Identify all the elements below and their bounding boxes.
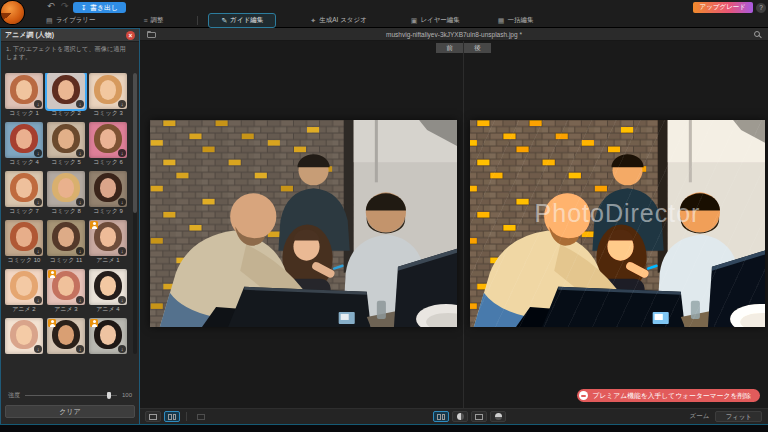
effect-thumbnail-label — [5, 354, 43, 355]
download-icon[interactable]: ↓ — [34, 100, 42, 108]
export-button-label: 書き出し — [90, 3, 118, 13]
effect-thumbnail[interactable]: ↓コミック 4 — [5, 122, 43, 166]
viewer-toolbar: ズーム フィット — [140, 408, 768, 424]
toolbar-divider — [186, 412, 187, 421]
before-image[interactable] — [150, 120, 457, 327]
tab-generative-ai[interactable]: ✦生成AI スタジオ — [306, 14, 370, 27]
effect-thumbnail[interactable]: ↓コミック 1 — [5, 73, 43, 117]
download-icon[interactable]: ↓ — [76, 296, 84, 304]
effect-thumbnail[interactable]: ↓アニメ 3 — [47, 269, 85, 313]
undo-icon[interactable]: ↶ — [47, 1, 55, 11]
download-icon[interactable]: ↓ — [118, 296, 126, 304]
scrollbar-thumb[interactable] — [133, 73, 137, 213]
side-by-side-compare-button[interactable] — [433, 411, 449, 422]
download-icon[interactable]: ↓ — [76, 100, 84, 108]
effect-thumbnail-label: コミック 11 — [47, 256, 85, 264]
intensity-slider-row: 強度 100 — [8, 390, 132, 400]
tab-label: 調整 — [150, 16, 163, 25]
download-icon[interactable]: ↓ — [34, 149, 42, 157]
help-icon[interactable]: ? — [756, 3, 766, 13]
download-icon[interactable]: ↓ — [118, 149, 126, 157]
effect-preview-image: ↓ — [47, 318, 85, 354]
intensity-slider[interactable] — [25, 395, 117, 396]
upgrade-button[interactable]: アップグレード — [693, 2, 753, 13]
effect-thumbnail[interactable]: ↓ — [5, 318, 43, 355]
vertical-split-compare-button[interactable] — [471, 411, 487, 422]
zoom-controls: ズーム フィット — [690, 411, 762, 422]
download-icon[interactable]: ↓ — [76, 198, 84, 206]
tab-library[interactable]: ▤ライブラリー — [42, 14, 99, 27]
download-icon[interactable]: ↓ — [118, 198, 126, 206]
effect-thumbnail[interactable]: ↓アニメ 4 — [89, 269, 127, 313]
no-watermark-icon — [579, 391, 588, 400]
effect-thumbnail-label: アニメ 2 — [5, 305, 43, 313]
tab-batch-edit[interactable]: ▦一括編集 — [494, 14, 538, 27]
effect-thumbnail[interactable]: ↓アニメ 2 — [5, 269, 43, 313]
split-circle-compare-button[interactable] — [452, 411, 468, 422]
rotate-view-button[interactable] — [193, 411, 209, 422]
single-view-button[interactable] — [145, 411, 161, 422]
batch-edit-icon: ▦ — [498, 17, 505, 24]
after-button[interactable]: 後 — [464, 43, 491, 53]
effect-thumbnail[interactable]: ↓コミック 5 — [47, 122, 85, 166]
effect-preview-image: ↓ — [5, 122, 43, 158]
tab-guided-edit[interactable]: ✎ガイド編集 — [208, 13, 276, 28]
tab-layer-edit[interactable]: ▣レイヤー編集 — [407, 14, 464, 27]
redo-icon[interactable]: ↷ — [61, 1, 69, 11]
effect-thumbnail[interactable]: ↓コミック 10 — [5, 220, 43, 264]
effect-thumbnail[interactable]: ↓コミック 3 — [89, 73, 127, 117]
effect-thumbnail-label: コミック 1 — [5, 109, 43, 117]
remove-watermark-label: プレミアム機能を入手してウォーターマークを削除 — [592, 391, 751, 401]
canvas-divider — [463, 41, 464, 408]
export-button[interactable]: ↧ 書き出し — [73, 2, 126, 13]
dual-view-button[interactable] — [164, 411, 180, 422]
download-icon[interactable]: ↓ — [34, 345, 42, 353]
effect-thumbnail[interactable]: ↓アニメ 1 — [89, 220, 127, 264]
download-icon[interactable]: ↓ — [76, 247, 84, 255]
effect-thumbnail-label: コミック 4 — [5, 158, 43, 166]
scrollbar[interactable] — [133, 73, 137, 354]
effect-thumbnail-grid: ↓コミック 1↓コミック 2↓コミック 3↓コミック 4↓コミック 5↓コミック… — [5, 73, 127, 355]
horizontal-split-compare-button[interactable] — [490, 411, 506, 422]
download-icon[interactable]: ↓ — [76, 345, 84, 353]
download-icon[interactable]: ↓ — [34, 247, 42, 255]
effect-preview-image: ↓ — [47, 220, 85, 256]
download-icon[interactable]: ↓ — [118, 100, 126, 108]
effect-thumbnail[interactable]: ↓ — [47, 318, 85, 355]
effect-thumbnail-label: コミック 3 — [89, 109, 127, 117]
slider-handle[interactable] — [107, 392, 111, 399]
download-icon[interactable]: ↓ — [118, 247, 126, 255]
effect-thumbnail[interactable]: ↓コミック 7 — [5, 171, 43, 215]
close-icon[interactable]: × — [126, 31, 135, 40]
window-bottom-strip — [0, 424, 768, 432]
download-icon[interactable]: ↓ — [34, 296, 42, 304]
effect-thumbnail[interactable]: ↓コミック 11 — [47, 220, 85, 264]
before-button[interactable]: 前 — [436, 43, 463, 53]
effect-thumbnail[interactable]: ↓コミック 8 — [47, 171, 85, 215]
download-icon[interactable]: ↓ — [34, 198, 42, 206]
effect-thumbnail[interactable]: ↓ — [89, 318, 127, 355]
tab-adjust[interactable]: ≡調整 — [139, 14, 167, 27]
effect-thumbnail[interactable]: ↓コミック 6 — [89, 122, 127, 166]
folder-icon[interactable] — [147, 32, 156, 38]
tab-label: 生成AI スタジオ — [319, 16, 367, 25]
magnifier-icon[interactable] — [754, 31, 760, 37]
download-icon[interactable]: ↓ — [76, 149, 84, 157]
effect-preview-image: ↓ — [5, 269, 43, 305]
fit-dropdown[interactable]: フィット — [715, 411, 762, 422]
effect-preview-image: ↓ — [89, 171, 127, 207]
after-image[interactable]: PhotoDirector — [470, 120, 765, 327]
remove-watermark-banner[interactable]: プレミアム機能を入手してウォーターマークを削除 — [577, 389, 760, 402]
effect-thumbnail[interactable]: ↓コミック 9 — [89, 171, 127, 215]
effect-preview-image: ↓ — [89, 122, 127, 158]
premium-person-icon — [90, 221, 98, 229]
effect-preview-image: ↓ — [5, 73, 43, 109]
effect-preview-image: ↓ — [89, 220, 127, 256]
effect-thumbnail-label — [47, 354, 85, 355]
clear-button[interactable]: クリア — [5, 405, 135, 418]
effect-preview-image: ↓ — [5, 220, 43, 256]
download-arrow-icon: ↧ — [81, 4, 87, 11]
tab-label: ガイド編集 — [230, 16, 263, 25]
effect-thumbnail[interactable]: ↓コミック 2 — [47, 73, 85, 117]
download-icon[interactable]: ↓ — [118, 345, 126, 353]
